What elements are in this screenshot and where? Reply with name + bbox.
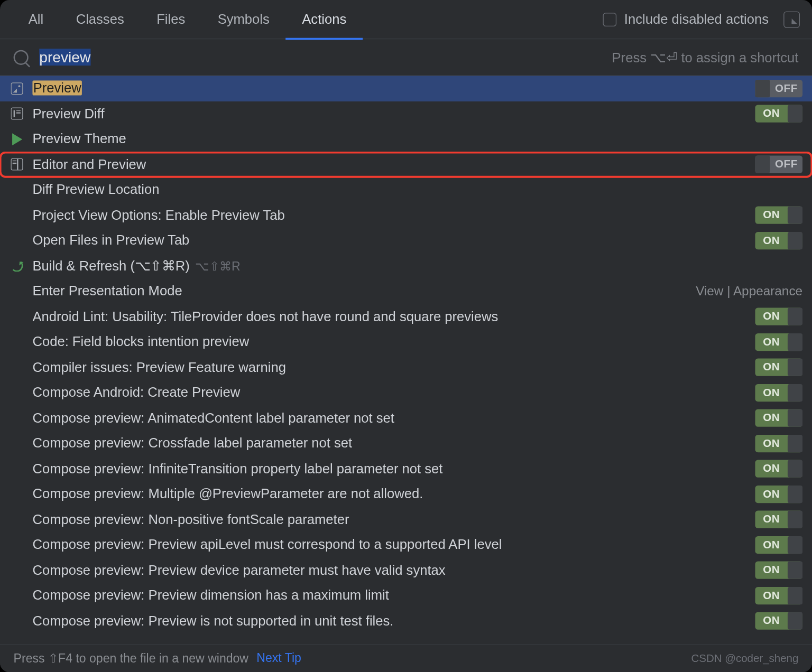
- result-row[interactable]: Compose preview: AnimatedContent label p…: [0, 405, 812, 431]
- result-row[interactable]: Open Files in Preview TabON: [0, 228, 812, 253]
- tab-symbols[interactable]: Symbols: [201, 0, 286, 40]
- toggle-switch[interactable]: ON: [755, 359, 802, 376]
- toggle-switch[interactable]: ON: [755, 232, 802, 249]
- footer-hint: Press ⇧F4 to open the file in a new wind…: [14, 651, 248, 666]
- result-label: Compose preview: Crossfade label paramet…: [27, 436, 755, 451]
- open-new-window-icon[interactable]: [783, 11, 800, 27]
- footer: Press ⇧F4 to open the file in a new wind…: [0, 644, 812, 672]
- result-row[interactable]: Code: Field blocks intention previewON: [0, 329, 812, 354]
- toggle-switch[interactable]: ON: [755, 333, 802, 351]
- result-label: Preview Theme: [27, 132, 802, 147]
- search-row: preview Press ⌥⏎ to assign a shortcut: [0, 39, 812, 76]
- result-label: Compose preview: Multiple @PreviewParame…: [27, 487, 755, 502]
- result-row[interactable]: Editor and PreviewOFF: [0, 152, 812, 177]
- result-label: Preview: [27, 81, 755, 96]
- result-label: Compose preview: Preview apiLevel must c…: [27, 537, 755, 553]
- result-row[interactable]: Preview Theme: [0, 126, 812, 152]
- result-row[interactable]: Preview DiffON: [0, 101, 812, 126]
- toggle-switch[interactable]: ON: [755, 409, 802, 427]
- image-icon: [7, 82, 27, 95]
- result-row[interactable]: Android Lint: Usability: TileProvider do…: [0, 304, 812, 329]
- result-label: Compose preview: Preview is not supporte…: [27, 613, 755, 629]
- toggle-switch[interactable]: ON: [755, 562, 802, 579]
- result-label: Compose preview: Preview dimension has a…: [27, 588, 755, 603]
- include-disabled-label: Include disabled actions: [624, 12, 769, 27]
- next-tip-link[interactable]: Next Tip: [256, 651, 301, 666]
- result-row[interactable]: PreviewOFF: [0, 76, 812, 101]
- result-label: Open Files in Preview Tab: [27, 233, 755, 248]
- play-icon: [7, 133, 27, 145]
- shortcut-secondary: ⌥⇧⌘R: [195, 260, 241, 274]
- result-label: Enter Presentation Mode: [27, 284, 696, 299]
- search-input-value: preview: [39, 49, 90, 66]
- tab-files[interactable]: Files: [140, 0, 201, 40]
- diff-icon: [7, 108, 27, 120]
- include-disabled-checkbox[interactable]: Include disabled actions: [603, 12, 769, 27]
- toggle-switch[interactable]: OFF: [755, 156, 802, 173]
- result-label: Compose preview: Preview device paramete…: [27, 563, 755, 578]
- tab-all[interactable]: All: [12, 0, 60, 40]
- result-row[interactable]: Compose preview: InfiniteTransition prop…: [0, 456, 812, 481]
- toggle-switch[interactable]: OFF: [755, 80, 802, 97]
- tab-classes[interactable]: Classes: [60, 0, 141, 40]
- result-label: Compose preview: AnimatedContent label p…: [27, 410, 755, 426]
- watermark-signature: CSDN @coder_sheng: [691, 652, 798, 665]
- result-row[interactable]: Build & Refresh (⌥⇧⌘R)⌥⇧⌘R: [0, 253, 812, 278]
- result-row[interactable]: Compose preview: Preview dimension has a…: [0, 583, 812, 608]
- result-meta: View | Appearance: [696, 284, 802, 298]
- toggle-switch[interactable]: ON: [755, 612, 802, 630]
- toggle-switch[interactable]: ON: [755, 384, 802, 402]
- result-row[interactable]: Compose preview: Preview device paramete…: [0, 557, 812, 583]
- toggle-switch[interactable]: ON: [755, 536, 802, 554]
- result-row[interactable]: Project View Options: Enable Preview Tab…: [0, 202, 812, 228]
- refresh-icon: [7, 260, 27, 272]
- result-label: Build & Refresh (⌥⇧⌘R)⌥⇧⌘R: [27, 258, 802, 274]
- result-label: Compose preview: Non-positive fontScale …: [27, 512, 755, 527]
- toggle-switch[interactable]: ON: [755, 207, 802, 224]
- result-row[interactable]: Compiler issues: Preview Feature warning…: [0, 354, 812, 380]
- result-label: Compose Android: Create Preview: [27, 385, 755, 400]
- search-input[interactable]: preview: [39, 49, 612, 66]
- result-label: Project View Options: Enable Preview Tab: [27, 208, 755, 223]
- result-row[interactable]: Compose preview: Preview is not supporte…: [0, 608, 812, 633]
- toggle-switch[interactable]: ON: [755, 587, 802, 604]
- split-icon: [7, 158, 27, 171]
- result-label: Diff Preview Location: [27, 182, 802, 198]
- result-row[interactable]: Compose preview: Non-positive fontScale …: [0, 507, 812, 532]
- result-row[interactable]: Compose Android: Create PreviewON: [0, 380, 812, 405]
- toggle-switch[interactable]: ON: [755, 105, 802, 123]
- tab-actions[interactable]: Actions: [286, 0, 363, 40]
- checkbox-icon: [603, 13, 616, 26]
- toggle-switch[interactable]: ON: [755, 511, 802, 528]
- result-label: Preview Diff: [27, 106, 755, 122]
- toggle-switch[interactable]: ON: [755, 460, 802, 478]
- result-label: Compose preview: InfiniteTransition prop…: [27, 461, 755, 477]
- result-label: Code: Field blocks intention preview: [27, 334, 755, 350]
- result-label: Android Lint: Usability: TileProvider do…: [27, 309, 755, 324]
- results-list[interactable]: PreviewOFFPreview DiffONPreview ThemeEdi…: [0, 76, 812, 643]
- result-row[interactable]: Compose preview: Multiple @PreviewParame…: [0, 481, 812, 507]
- result-row[interactable]: Compose preview: Preview apiLevel must c…: [0, 532, 812, 557]
- result-row[interactable]: Enter Presentation ModeView | Appearance: [0, 278, 812, 304]
- result-row[interactable]: Compose preview: Crossfade label paramet…: [0, 431, 812, 456]
- result-label: Compiler issues: Preview Feature warning: [27, 360, 755, 375]
- toggle-switch[interactable]: ON: [755, 308, 802, 325]
- toggle-switch[interactable]: ON: [755, 435, 802, 452]
- search-everywhere-dialog: All Classes Files Symbols Actions Includ…: [0, 0, 812, 672]
- tabs-bar: All Classes Files Symbols Actions Includ…: [0, 0, 812, 39]
- toggle-switch[interactable]: ON: [755, 486, 802, 503]
- result-label: Editor and Preview: [27, 157, 755, 172]
- result-row[interactable]: Diff Preview Location: [0, 177, 812, 202]
- search-icon: [14, 50, 29, 64]
- assign-shortcut-hint: Press ⌥⏎ to assign a shortcut: [612, 49, 799, 66]
